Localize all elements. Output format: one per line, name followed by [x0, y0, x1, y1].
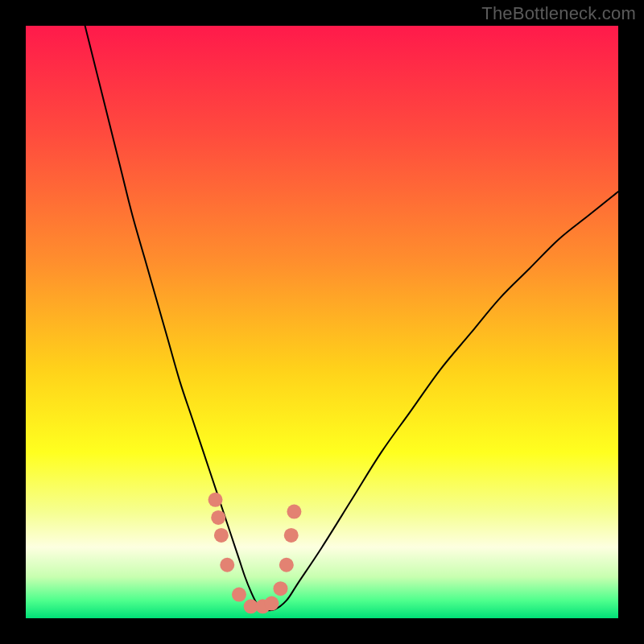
marker-point: [287, 505, 301, 519]
marker-point: [211, 510, 225, 525]
watermark-text: TheBottleneck.com: [481, 3, 636, 24]
gradient-background: [26, 26, 618, 618]
marker-point: [284, 528, 299, 543]
plot-area: [26, 26, 618, 618]
marker-point: [232, 588, 246, 602]
marker-point: [264, 597, 279, 611]
marker-point: [273, 581, 287, 596]
marker-point: [214, 528, 229, 543]
marker-point: [279, 558, 294, 572]
chart-frame: TheBottleneck.com: [0, 0, 644, 644]
chart-svg: [26, 26, 618, 618]
marker-point: [220, 558, 234, 572]
marker-point: [208, 493, 223, 507]
